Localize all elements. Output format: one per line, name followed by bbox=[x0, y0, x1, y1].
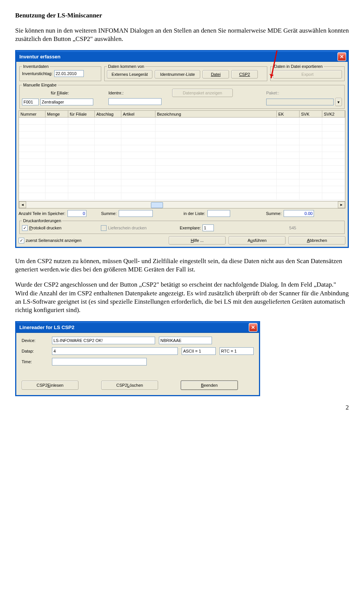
input-stichtag[interactable]: 22.01.2010 bbox=[54, 70, 84, 77]
button-datenpaket: Datenpaket anzeigen bbox=[172, 89, 233, 97]
input-user[interactable]: NBRIKAAE bbox=[159, 337, 212, 344]
legend-manuelle: Manuelle Eingabe bbox=[22, 83, 58, 87]
scroll-thumb[interactable] bbox=[151, 202, 163, 208]
table-row bbox=[19, 131, 345, 138]
col-nummer[interactable]: Nummer bbox=[19, 111, 46, 118]
label-paket: Paket:: bbox=[266, 91, 279, 95]
button-abbrechen[interactable]: Abbrechen bbox=[289, 236, 345, 245]
close-icon[interactable]: ✕ bbox=[249, 323, 257, 332]
label-545: 545 bbox=[243, 226, 342, 230]
table-row bbox=[19, 172, 345, 179]
button-datei[interactable]: Datei bbox=[202, 70, 229, 78]
col-abschlag[interactable]: Abschlag bbox=[95, 111, 121, 118]
col-ek[interactable]: EK bbox=[277, 111, 300, 118]
label-anzahl-teile: Anzahl Teile im Speicher: bbox=[19, 211, 65, 216]
label-filiale: für Filiale: bbox=[51, 91, 69, 95]
value-anzahl: 0 bbox=[67, 210, 86, 217]
table-header: Nummer Menge für Filiale Abschlag Artike… bbox=[19, 111, 345, 118]
col-filiale[interactable]: für Filiale bbox=[68, 111, 95, 118]
label-inliste: in der Liste: bbox=[184, 211, 205, 216]
button-export: Export bbox=[273, 70, 342, 78]
paragraph-3: Wurde der CSP2 angeschlossen und der But… bbox=[15, 281, 349, 314]
legend-inventurdaten: Inventurdaten bbox=[22, 64, 50, 69]
label-summe2: Summe: bbox=[266, 211, 282, 216]
table-row bbox=[19, 118, 345, 124]
table-row bbox=[19, 152, 345, 158]
titlebar: Inventur erfassen ✕ bbox=[16, 51, 348, 62]
table-row bbox=[19, 179, 345, 186]
close-icon[interactable]: ✕ bbox=[337, 52, 346, 61]
input-zentrallager[interactable]: Zentrallager bbox=[40, 99, 93, 105]
page-heading: Benutzung der LS-Miniscanner bbox=[15, 11, 349, 20]
label-summe1: Summe: bbox=[101, 211, 117, 216]
col-bezeichnung[interactable]: Bezeichnung bbox=[155, 111, 277, 118]
table-row bbox=[19, 193, 345, 199]
button-csp2-einlesen[interactable]: CSP2 Einlesen bbox=[22, 381, 78, 390]
window-inventur: Inventur erfassen ✕ Inventurdaten Invent… bbox=[15, 50, 349, 248]
checkbox-lieferschein: Lieferschein drucken bbox=[101, 225, 177, 231]
group-manuelle-eingabe: Manuelle Eingabe für Filiale: Identnr.: … bbox=[19, 83, 345, 109]
table-row bbox=[19, 158, 345, 165]
group-druck: Druckanforderungen ✓Protokoll drucken Li… bbox=[19, 218, 345, 234]
button-ausfuehren[interactable]: Ausführen bbox=[229, 236, 286, 245]
checkbox-seitenansicht[interactable]: ✓zuerst Seitenansicht anzeigen bbox=[19, 238, 166, 243]
input-identnr[interactable] bbox=[108, 98, 162, 105]
horizontal-scrollbar[interactable]: ◄ ► bbox=[19, 201, 345, 208]
col-menge[interactable]: Menge bbox=[46, 111, 68, 118]
legend-daten: Daten kommen von bbox=[107, 64, 145, 69]
label-device: Device: bbox=[22, 338, 48, 343]
input-rtc[interactable]: RTC = 1 bbox=[220, 347, 254, 355]
paragraph-2: Um den CSP2 nutzen zu können, müssen Que… bbox=[15, 257, 349, 274]
input-time[interactable] bbox=[52, 358, 147, 365]
table-body bbox=[19, 118, 345, 201]
page-number: 2 bbox=[15, 404, 349, 411]
table-row bbox=[19, 138, 345, 145]
scroll-right-icon[interactable]: ► bbox=[338, 201, 345, 208]
checkbox-protokoll[interactable]: ✓Protokoll drucken bbox=[22, 225, 98, 231]
legend-druck: Druckanforderungen bbox=[22, 218, 62, 223]
scroll-left-icon[interactable]: ◄ bbox=[19, 201, 26, 208]
value-summe1 bbox=[119, 210, 153, 217]
input-f001[interactable]: F001 bbox=[22, 99, 39, 105]
label-exemplare: Exemplare: bbox=[180, 226, 201, 230]
legend-export: Daten in Datei exportieren bbox=[273, 64, 324, 69]
table-row bbox=[19, 165, 345, 172]
input-device[interactable]: LS-INFOWARE CSP2 OK! bbox=[52, 337, 155, 344]
button-beenden[interactable]: Beenden bbox=[181, 381, 238, 390]
col-svk2[interactable]: SVK2 bbox=[322, 111, 345, 118]
group-daten-kommen-von: Daten kommen von Externes Lesegerät Iden… bbox=[104, 64, 267, 81]
window-title: Inventur erfassen bbox=[19, 54, 60, 60]
col-svk[interactable]: SVK bbox=[300, 111, 322, 118]
button-externes-lesegeraet[interactable]: Externes Lesegerät bbox=[107, 70, 152, 78]
label-datap: Datap: bbox=[22, 349, 48, 353]
window-title-2: Linereader for LS CSP2 bbox=[19, 325, 74, 330]
value-summe2: 0.00 bbox=[284, 210, 314, 217]
table-row bbox=[19, 145, 345, 152]
dropdown-paket[interactable] bbox=[266, 99, 334, 105]
button-hilfe[interactable]: Hilfe ... bbox=[169, 236, 226, 245]
data-table: Nummer Menge für Filiale Abschlag Artike… bbox=[19, 110, 345, 209]
table-row bbox=[19, 124, 345, 131]
button-identnummer-liste[interactable]: Identnummer-Liste bbox=[155, 70, 200, 78]
label-stichtag: Inventurstichtag: bbox=[22, 71, 53, 76]
label-identnr: Identnr.: bbox=[108, 91, 124, 95]
chevron-down-icon[interactable]: ▾ bbox=[335, 98, 342, 106]
paragraph-1: Sie können nun in den weiteren INFOMAN D… bbox=[15, 27, 349, 43]
table-row bbox=[19, 186, 345, 193]
input-datap[interactable]: 4 bbox=[52, 347, 178, 355]
button-csp2-loeschen[interactable]: CSP2 Löschen bbox=[101, 381, 158, 390]
label-time: Time: bbox=[22, 359, 48, 364]
input-exemplare[interactable]: 1 bbox=[202, 224, 214, 231]
group-inventurdaten: Inventurdaten Inventurstichtag: 22.01.20… bbox=[19, 64, 101, 81]
value-inliste bbox=[207, 210, 230, 217]
input-ascii[interactable]: ASCII = 1 bbox=[182, 347, 216, 355]
button-csp2[interactable]: CSP2 bbox=[231, 70, 258, 78]
col-artikel[interactable]: Artikel bbox=[121, 111, 155, 118]
window-linereader: Linereader for LS CSP2 ✕ Device: LS-INFO… bbox=[15, 321, 260, 396]
titlebar-2: Linereader for LS CSP2 ✕ bbox=[16, 322, 259, 333]
group-export: Daten in Datei exportieren Export bbox=[270, 64, 345, 81]
